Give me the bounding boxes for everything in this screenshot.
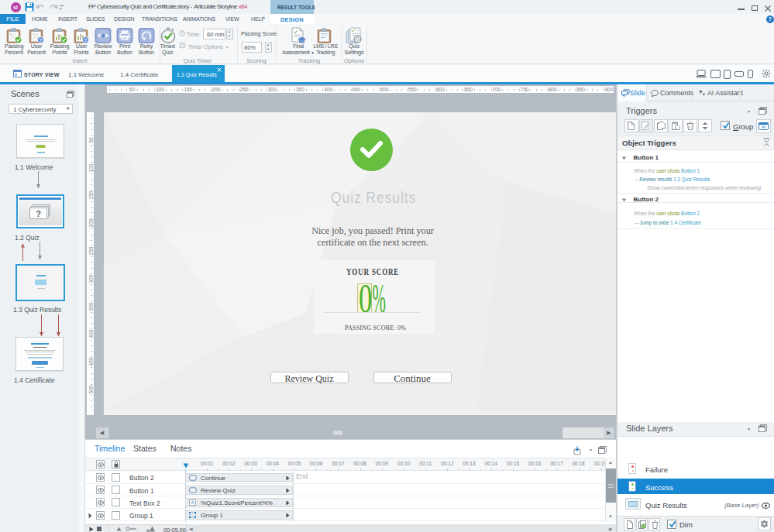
svg-text:A: A — [191, 500, 194, 505]
